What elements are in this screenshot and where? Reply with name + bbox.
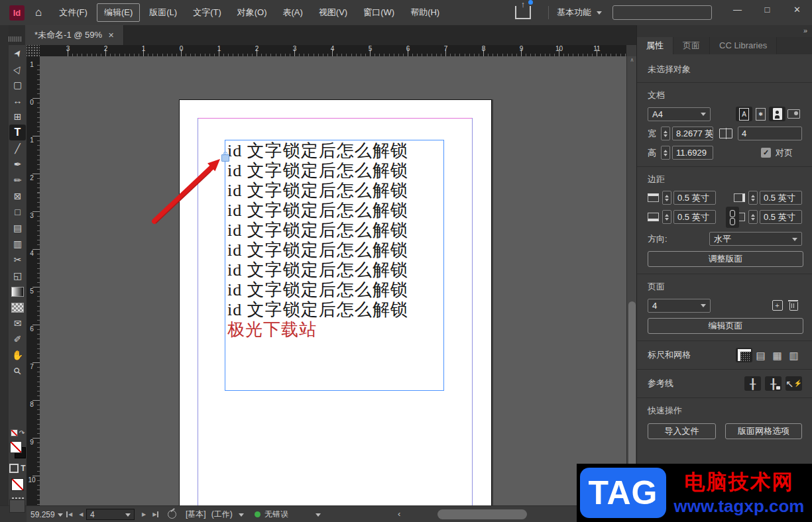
free-transform-tool[interactable]: ◱ <box>9 268 26 284</box>
gradient-feather-tool[interactable] <box>9 299 26 315</box>
menu-item[interactable]: 对象(O) <box>231 4 274 21</box>
margin-right-field[interactable]: 0.5 英寸 <box>760 191 802 205</box>
panel-tab[interactable]: 页面 <box>673 37 710 54</box>
doc-bleed-icon[interactable]: ✱ <box>752 107 769 121</box>
preflight-profile[interactable]: (工作) <box>211 509 233 520</box>
menu-item[interactable]: 窗口(W) <box>357 4 401 21</box>
formatting-container-icon[interactable] <box>9 464 19 473</box>
page-number-field[interactable]: 4 <box>86 509 135 520</box>
lock-guides-icon[interactable]: ╂ <box>765 376 782 391</box>
margin-right-stepper[interactable] <box>748 191 758 205</box>
width-stepper[interactable] <box>661 127 670 140</box>
type-tool[interactable]: T <box>9 125 26 140</box>
preflight-preset[interactable]: [基本] <box>186 509 206 520</box>
note-tool[interactable]: ✉ <box>9 315 26 331</box>
height-stepper[interactable] <box>661 146 670 160</box>
gradient-tool[interactable] <box>9 284 26 299</box>
baseline-grid-icon[interactable]: ▤ <box>752 348 769 362</box>
error-status[interactable]: 无错误 <box>264 509 288 520</box>
canvas-pasteboard[interactable]: id 文字锁定后怎么解锁id 文字锁定后怎么解锁id 文字锁定后怎么解锁id 文… <box>40 56 626 505</box>
selection-tool[interactable]: ➤ <box>9 45 26 61</box>
error-chevron-icon[interactable] <box>316 513 321 519</box>
direct-selection-tool[interactable]: ▷ <box>9 61 26 77</box>
direction-select[interactable]: 水平 <box>709 232 802 246</box>
layout-grid-options-button[interactable]: 版面网格选项 <box>725 423 802 439</box>
menu-item[interactable]: 表(A) <box>276 4 310 21</box>
close-button[interactable]: ✕ <box>782 0 812 19</box>
layout-grid-icon[interactable]: ▥ <box>785 348 802 362</box>
swap-fill-stroke-icon[interactable]: ↷ <box>19 429 25 439</box>
orientation-landscape-icon[interactable] <box>785 107 802 121</box>
page-tool[interactable]: ▢ <box>9 77 26 93</box>
menu-item[interactable]: 编辑(E) <box>97 3 140 22</box>
minimize-button[interactable]: — <box>723 0 752 19</box>
first-page-button[interactable]: ◀ <box>66 511 72 517</box>
mini-fill-icon[interactable] <box>11 429 18 437</box>
formatting-text-icon[interactable]: T <box>21 464 25 473</box>
width-field[interactable]: 8.2677 英寸 <box>672 127 713 140</box>
preset-chevron-icon[interactable] <box>239 513 244 519</box>
zoom-chevron-icon[interactable] <box>58 513 63 519</box>
search-input[interactable] <box>612 5 712 20</box>
frame-lock-icon[interactable] <box>221 154 229 162</box>
ruler-origin-corner[interactable] <box>27 45 40 57</box>
gap-tool[interactable]: ↔ <box>9 93 26 109</box>
ruler-icon[interactable] <box>736 348 752 362</box>
vertical-ruler[interactable]: 1012345678910 <box>27 56 40 505</box>
vertical-grid-tool[interactable]: ▥ <box>9 236 26 252</box>
margin-left-field[interactable]: 0.5 英寸 <box>760 210 802 224</box>
page-count-field[interactable]: 4 <box>738 127 802 140</box>
apply-none-button[interactable] <box>11 478 24 491</box>
margin-bottom-stepper[interactable] <box>662 210 671 224</box>
prev-page-button[interactable]: ◀ <box>79 511 83 517</box>
panel-tab[interactable]: 属性 <box>637 37 673 54</box>
horizontal-scrollbar-thumb[interactable] <box>437 509 527 519</box>
horizontal-grid-tool[interactable]: ▤ <box>9 220 26 236</box>
adjust-layout-button[interactable]: 调整版面 <box>648 251 803 267</box>
zoom-level[interactable]: 59.259 <box>30 510 55 519</box>
preflight-icon[interactable] <box>168 510 176 519</box>
page-size-select[interactable]: A4 <box>648 107 711 121</box>
last-page-button[interactable]: ▶ <box>152 511 158 517</box>
menu-item[interactable]: 版面(L) <box>143 4 184 21</box>
zoom-tool[interactable]: ⚲ <box>9 363 26 379</box>
show-guides-icon[interactable]: ╂ <box>744 376 761 391</box>
preview-swatch[interactable] <box>9 499 25 513</box>
menu-item[interactable]: 文字(T) <box>186 4 228 21</box>
pencil-tool[interactable]: ✏ <box>9 172 26 188</box>
document-tab[interactable]: *未命名-1 @ 59% ✕ <box>25 25 124 45</box>
content-collector-tool[interactable]: ⊞ <box>9 109 26 125</box>
scroll-left-icon[interactable]: ‹ <box>398 509 400 519</box>
vertical-scrollbar[interactable]: ∧ <box>626 56 637 505</box>
rectangle-tool[interactable]: □ <box>9 204 26 220</box>
share-icon[interactable]: ↑ <box>515 6 531 19</box>
margin-top-field[interactable]: 0.5 英寸 <box>673 191 716 205</box>
orientation-portrait-icon[interactable] <box>769 107 785 121</box>
current-page-select[interactable]: 4 <box>648 299 711 313</box>
workspace-switcher[interactable]: 基本功能 <box>557 7 602 19</box>
facing-pages-checkbox[interactable]: ✓ <box>761 148 771 158</box>
tab-close-icon[interactable]: ✕ <box>108 31 114 40</box>
collapse-panel-icon[interactable]: » <box>803 26 806 34</box>
app-logo-icon[interactable]: Id <box>9 5 25 21</box>
menu-item[interactable]: 帮助(H) <box>404 4 446 21</box>
smart-guides-icon[interactable]: ↖⚡ <box>785 376 802 391</box>
horizontal-ruler[interactable]: 32101234567891011 <box>40 45 626 57</box>
margin-bottom-field[interactable]: 0.5 英寸 <box>673 210 716 224</box>
frame-tool[interactable]: ⊠ <box>9 188 26 204</box>
hand-tool[interactable]: ✋ <box>9 347 26 363</box>
fill-swatch[interactable] <box>10 441 22 453</box>
link-margins-icon[interactable] <box>726 207 739 228</box>
import-file-button[interactable]: 导入文件 <box>648 423 716 439</box>
menu-item[interactable]: 视图(V) <box>312 4 354 21</box>
line-tool[interactable]: ╱ <box>9 140 26 156</box>
scroll-up-icon[interactable]: ∧ <box>627 57 637 63</box>
add-page-icon[interactable]: + <box>769 298 785 313</box>
margin-left-stepper[interactable] <box>748 210 758 224</box>
next-page-button[interactable]: ▶ <box>142 511 146 517</box>
delete-page-icon[interactable] <box>785 298 802 313</box>
height-field[interactable]: 11.6929 <box>672 146 713 160</box>
eyedropper-tool[interactable]: ✐ <box>9 331 26 347</box>
text-frame[interactable]: id 文字锁定后怎么解锁id 文字锁定后怎么解锁id 文字锁定后怎么解锁id 文… <box>225 140 444 391</box>
pen-tool[interactable]: ✒ <box>9 156 26 172</box>
